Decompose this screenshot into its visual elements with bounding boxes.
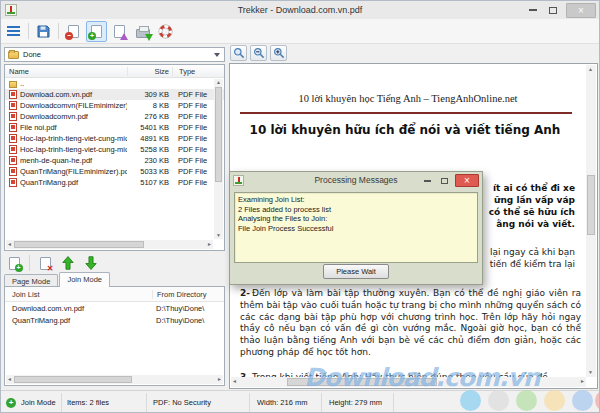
file-type-icon: [9, 178, 17, 187]
add-pdf-button[interactable]: [86, 21, 107, 42]
file-type-icon: [9, 123, 17, 132]
folder-dropdown[interactable]: Done: [4, 47, 225, 62]
column-header-join-list[interactable]: Join List: [5, 290, 152, 299]
export-pdf-button[interactable]: [109, 21, 130, 42]
dialog-minimize-button[interactable]: [421, 175, 433, 187]
column-header-from-directory[interactable]: From Directory: [152, 290, 224, 299]
scroll-left-icon[interactable]: ◄: [7, 377, 12, 382]
file-name: Hoc-lap-trinh-tieng-viet-cung-micr...: [20, 145, 127, 154]
join-row[interactable]: Download.com.vn.pdfD:\Thuy\Done\: [5, 302, 224, 314]
print-icon: [136, 29, 150, 38]
join-file-name: Download.com.vn.pdf: [5, 304, 152, 313]
file-size: 5258 KB: [127, 145, 169, 154]
scrollbar-thumb[interactable]: [287, 378, 437, 386]
scroll-up-icon[interactable]: ▲: [216, 80, 221, 85]
maximize-icon: [441, 178, 448, 184]
tab-join-mode[interactable]: Join Mode: [59, 272, 110, 287]
maximize-button[interactable]: [546, 3, 560, 17]
preview-horizontal-scrollbar[interactable]: ◄ ►: [231, 377, 586, 387]
join-file-name: QuanTriMang.pdf: [5, 316, 152, 325]
file-type: PDF File: [172, 123, 212, 132]
file-size: 5033 KB: [127, 167, 169, 176]
file-row[interactable]: Download.com.vn.pdf309 KBPDF File: [5, 89, 224, 100]
move-down-button[interactable]: [81, 254, 101, 273]
save-icon: [37, 25, 50, 38]
file-name: QuanTriMang(FILEminimizer).pdf: [20, 167, 127, 176]
file-row[interactable]: Downloadcomvn.pdf276 KBPDF File: [5, 111, 224, 122]
file-row[interactable]: Downloadcomvn(FILEminimizer)...8 KBPDF F…: [5, 100, 224, 111]
file-row[interactable]: QuanTriMang(FILEminimizer).pdf5033 KBPDF…: [5, 166, 224, 177]
dialog-maximize-button[interactable]: [438, 175, 450, 187]
scrollbar-thumb[interactable]: [215, 87, 222, 182]
scroll-right-icon[interactable]: ►: [580, 379, 585, 384]
minimize-button[interactable]: [526, 3, 540, 17]
close-button[interactable]: [566, 3, 596, 18]
file-name: Hoc-lap-trinh-tieng-viet-cung-micr...: [20, 134, 127, 143]
scrollbar-thumb[interactable]: [14, 241, 144, 248]
scroll-up-icon[interactable]: ▲: [588, 67, 593, 72]
column-header-type[interactable]: Type: [172, 67, 212, 76]
file-name: File noi.pdf: [20, 123, 127, 132]
maximize-icon: [549, 7, 557, 14]
titlebar: Trekker - Download.com.vn.pdf: [1, 1, 599, 19]
help-button[interactable]: [155, 21, 176, 42]
file-row[interactable]: menh-de-quan-he.pdf230 KBPDF File: [5, 155, 224, 166]
processing-messages-dialog: Processing Messages Examining Join List:…: [229, 171, 483, 285]
status-separator: [61, 393, 62, 412]
scrollbar-thumb[interactable]: [14, 376, 132, 383]
minimize-icon: [529, 9, 537, 11]
print-button[interactable]: [132, 21, 153, 42]
menu-button[interactable]: [3, 21, 24, 42]
remove-file-button[interactable]: [35, 254, 55, 273]
file-type: PDF File: [172, 145, 212, 154]
scroll-right-icon[interactable]: ►: [207, 242, 212, 247]
join-list-horizontal-scrollbar[interactable]: ◄ ►: [6, 375, 223, 384]
please-wait-button[interactable]: Please Wait: [323, 264, 389, 279]
file-row[interactable]: ..: [5, 78, 224, 89]
magnifier-icon: [233, 47, 245, 59]
preview-vertical-scrollbar[interactable]: ▲ ▼: [586, 65, 596, 377]
scroll-left-icon[interactable]: ◄: [232, 379, 237, 384]
file-type-icon: [9, 90, 17, 99]
magnifier-plus-icon: [273, 47, 285, 59]
file-size: 230 KB: [127, 156, 169, 165]
save-button[interactable]: [33, 21, 54, 42]
scrollbar-thumb[interactable]: [587, 175, 595, 235]
move-up-button[interactable]: [58, 254, 78, 273]
scroll-left-icon[interactable]: ◄: [7, 242, 12, 247]
pdf-text-line: ằng nói và viết.: [489, 218, 575, 230]
scroll-down-icon[interactable]: ▼: [588, 370, 593, 375]
remove-pdf-button[interactable]: [63, 21, 84, 42]
zoom-in-button[interactable]: [270, 45, 287, 61]
file-list-horizontal-scrollbar[interactable]: ◄ ►: [6, 240, 213, 249]
scroll-down-icon[interactable]: ▼: [216, 233, 221, 238]
join-row[interactable]: QuanTriMang.pdfD:\Thuy\Done\: [5, 314, 224, 326]
file-name: ..: [20, 79, 127, 88]
status-height: Height: 279 mm: [329, 391, 382, 413]
file-type: PDF File: [172, 167, 212, 176]
file-name: menh-de-quan-he.pdf: [20, 156, 127, 165]
dialog-close-button[interactable]: [455, 174, 479, 187]
file-type-icon: [9, 145, 17, 154]
zoom-out-button[interactable]: [250, 45, 267, 61]
join-file-directory: D:\Thuy\Done\: [152, 316, 224, 325]
column-header-size[interactable]: Size: [127, 67, 169, 76]
file-type: PDF File: [172, 112, 212, 121]
file-row[interactable]: Hoc-lap-trinh-tieng-viet-cung-micr...525…: [5, 144, 224, 155]
file-list-vertical-scrollbar[interactable]: ▲ ▼: [214, 79, 223, 239]
file-row[interactable]: QuanTriMang.pdf5107 KBPDF File: [5, 177, 224, 188]
file-row[interactable]: Hoc-lap-trinh-tieng-viet-cung-micr...489…: [5, 133, 224, 144]
pdf-text-line: ững lần vấp váp: [489, 194, 575, 206]
scroll-right-icon[interactable]: ►: [217, 377, 222, 382]
file-row[interactable]: File noi.pdf5401 KBPDF File: [5, 122, 224, 133]
file-list: Name Size Type ..Download.com.vn.pdf309 …: [4, 64, 225, 251]
zoom-button[interactable]: [230, 45, 247, 61]
join-list-panel: Join List From Directory Download.com.vn…: [4, 286, 225, 386]
menu-icon: [7, 26, 20, 36]
file-type-icon: [9, 156, 17, 165]
add-file-button[interactable]: [4, 254, 24, 273]
pdf-paragraph1-fragments: lại ngay cả khi bạntiến để kiểm tra lại: [490, 246, 575, 270]
file-name: Downloadcomvn(FILEminimizer)...: [20, 101, 127, 110]
minimize-icon: [424, 180, 431, 182]
column-header-name[interactable]: Name: [9, 67, 127, 76]
